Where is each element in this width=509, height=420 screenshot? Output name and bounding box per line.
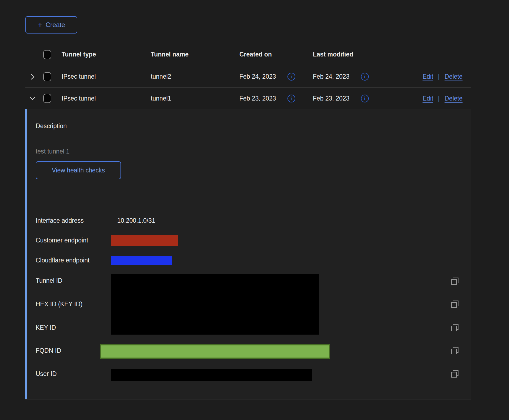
field-label: FQDN ID — [36, 346, 61, 355]
interface-address-value: 10.200.1.0/31 — [117, 216, 155, 225]
redacted-fqdn-id — [100, 344, 330, 359]
last-modified-value: Feb 24, 2023 — [313, 73, 350, 80]
table-row: IPsec tunnel tunnel2 Feb 24, 2023 i Feb … — [25, 66, 471, 88]
create-button[interactable]: + Create — [25, 16, 77, 34]
select-all-checkbox[interactable] — [43, 50, 51, 59]
info-icon[interactable]: i — [287, 73, 295, 81]
plus-icon: + — [38, 21, 42, 29]
description-value: test tunnel 1 — [36, 147, 69, 156]
table-header-row: Tunnel type Tunnel name Created on Last … — [25, 43, 471, 66]
row-checkbox[interactable] — [43, 94, 51, 103]
redacted-customer-endpoint — [111, 235, 178, 246]
last-modified-value: Feb 23, 2023 — [313, 95, 350, 102]
field-label: Tunnel ID — [36, 276, 62, 285]
header-check-cell — [42, 50, 62, 59]
table-row: IPsec tunnel tunnel1 Feb 23, 2023 i Feb … — [25, 88, 471, 109]
info-icon[interactable]: i — [361, 95, 369, 102]
action-separator: | — [438, 73, 440, 80]
create-button-label: Create — [46, 21, 65, 29]
view-health-checks-button[interactable]: View health checks — [36, 161, 121, 179]
tunnels-table: Tunnel type Tunnel name Created on Last … — [25, 43, 471, 399]
created-on-value: Feb 24, 2023 — [239, 73, 276, 80]
description-label: Description — [36, 122, 67, 130]
section-divider — [36, 196, 461, 196]
copy-icon[interactable] — [451, 278, 458, 285]
delete-link[interactable]: Delete — [445, 73, 463, 80]
copy-icon[interactable] — [451, 324, 458, 331]
field-label: User ID — [36, 369, 57, 378]
header-created-on: Created on — [239, 51, 313, 58]
info-icon[interactable]: i — [361, 73, 369, 81]
tunnel-type-value: IPsec tunnel — [62, 95, 151, 102]
edit-link[interactable]: Edit — [423, 95, 433, 102]
header-tunnel-name: Tunnel name — [151, 51, 239, 58]
info-icon[interactable]: i — [287, 95, 295, 102]
field-label: HEX ID (KEY ID) — [36, 300, 82, 308]
copy-icon[interactable] — [451, 347, 458, 354]
copy-icon[interactable] — [451, 370, 458, 378]
tunnel-name-value: tunnel2 — [151, 73, 239, 80]
field-label: Customer endpoint — [36, 236, 88, 245]
row-checkbox[interactable] — [43, 72, 51, 81]
tunnel-type-value: IPsec tunnel — [62, 73, 151, 80]
tunnel-detail-panel: Description test tunnel 1 View health ch… — [25, 109, 471, 399]
field-label: KEY ID — [36, 323, 56, 332]
redacted-user-id — [111, 369, 312, 381]
copy-icon[interactable] — [451, 301, 458, 308]
redacted-tunnel-ids — [111, 274, 319, 335]
field-label: Interface address — [36, 216, 84, 225]
chevron-right-icon[interactable] — [29, 73, 36, 81]
tunnel-name-value: tunnel1 — [151, 95, 239, 102]
header-last-modified: Last modified — [313, 51, 392, 58]
redacted-cloudflare-endpoint — [111, 256, 172, 265]
edit-link[interactable]: Edit — [423, 73, 433, 80]
expanded-accent-bar — [25, 109, 27, 399]
delete-link[interactable]: Delete — [445, 95, 463, 102]
action-separator: | — [438, 95, 440, 102]
chevron-down-icon[interactable] — [29, 95, 36, 102]
created-on-value: Feb 23, 2023 — [239, 95, 276, 102]
field-label: Cloudflare endpoint — [36, 256, 89, 265]
header-tunnel-type: Tunnel type — [62, 51, 151, 58]
